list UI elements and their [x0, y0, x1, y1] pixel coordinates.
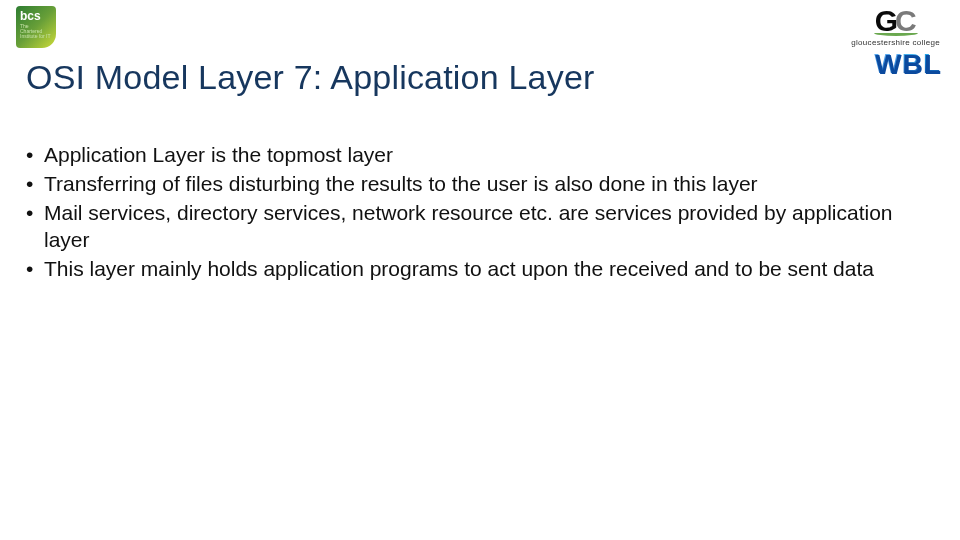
slide-body: Application Layer is the topmost layer T… — [26, 142, 940, 284]
gc-logo-label: gloucestershire college — [851, 38, 940, 47]
gc-logo: G C gloucestershire college — [851, 6, 940, 47]
wbl-letter-b: B — [902, 50, 922, 78]
list-item: Mail services, directory services, netwo… — [26, 200, 940, 254]
list-item: Transferring of files disturbing the res… — [26, 171, 940, 198]
list-item: Application Layer is the topmost layer — [26, 142, 940, 169]
bcs-logo: bcs The Chartered Institute for IT — [16, 6, 56, 48]
bcs-badge-icon: bcs The Chartered Institute for IT — [16, 6, 56, 48]
slide-title: OSI Model Layer 7: Application Layer — [26, 58, 595, 97]
wbl-logo: W B L — [874, 50, 940, 78]
wbl-letter-l: L — [923, 50, 940, 78]
wbl-letter-w: W — [874, 50, 900, 78]
slide: bcs The Chartered Institute for IT G C g… — [0, 0, 960, 540]
list-item: This layer mainly holds application prog… — [26, 256, 940, 283]
bullet-list: Application Layer is the topmost layer T… — [26, 142, 940, 282]
bcs-logo-subtext: The Chartered Institute for IT — [16, 24, 56, 39]
swoosh-icon — [874, 30, 918, 36]
